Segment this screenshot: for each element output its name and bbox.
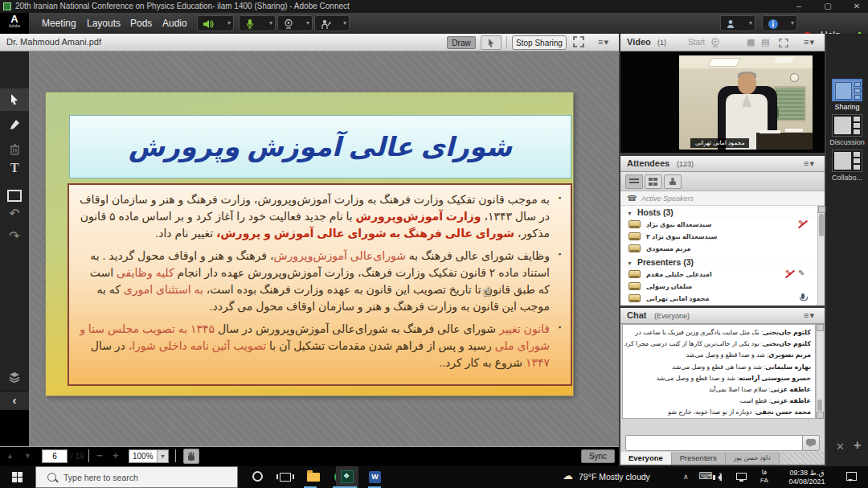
active-speakers-row[interactable]: ☎ Active Speakers [620,191,825,206]
zoom-out-button[interactable]: − [96,449,103,461]
text-tool[interactable]: T [0,161,29,183]
collapse-rail-button[interactable]: ‹ [0,391,29,410]
layout-item-collabo[interactable]: Collabo... [829,150,866,182]
chat-tab-everyone[interactable]: Everyone [620,452,672,465]
attendees-scrollbar[interactable] [817,206,825,306]
start-button[interactable] [0,466,35,488]
volume-icon[interactable] [718,474,722,482]
sync-button[interactable]: Sync [581,449,615,463]
attendee-status-view-button[interactable] [664,174,682,189]
chat-tab-private[interactable]: داود حسن پور [726,452,780,465]
attendee-row[interactable]: سیدسعداله نبوی نژاد [620,219,817,232]
speaker-dropdown-caret[interactable]: ▾ [227,19,231,27]
info-dropdown-caret[interactable]: ▾ [791,19,794,27]
microphone-dropdown-caret[interactable]: ▾ [269,19,272,27]
attendee-list-view-button[interactable] [625,174,643,189]
layout-item-discussion[interactable]: Discussion [829,114,866,146]
file-explorer-button[interactable] [301,466,325,488]
layers-button[interactable] [0,367,29,389]
status-dropdown-caret[interactable]: ▾ [749,19,752,27]
chat-tab-presenters[interactable]: Presenters [672,452,726,465]
raise-hand-dropdown-caret[interactable]: ▾ [343,19,346,27]
task-view-icon [280,473,291,482]
info-button[interactable]: ▾ [762,15,797,31]
share-pod-menu-icon[interactable]: ≡▾ [598,37,609,47]
attendee-group-header[interactable]: ▼Hosts (3) [620,206,817,219]
weather-icon[interactable]: ☁ [563,470,573,482]
network-icon[interactable] [736,473,747,480]
select-tool[interactable] [0,88,29,111]
previous-page-button[interactable]: ▲ [6,452,14,460]
action-center-icon[interactable] [846,472,857,481]
webcam-video[interactable]: محمود امانی تهرانی [620,51,825,153]
annotation-tool-rail: T ↶ ↷ [0,51,29,391]
attendees-pod-menu-icon[interactable]: ≡▾ [804,158,815,169]
touch-keyboard-icon[interactable]: ⌨ [698,470,712,482]
chat-scrollbar[interactable] [816,324,823,419]
microphone-button[interactable]: ▾ [239,15,276,31]
adobe-logo[interactable]: A Adobe [0,13,29,34]
scroll-down-arrow[interactable] [817,412,824,419]
taskbar-clock[interactable]: ق.ظ 09:38 04/08/2021 [778,469,836,486]
draw-button[interactable]: Draw [447,36,476,49]
pan-tool-button[interactable] [183,449,199,464]
adobe-connect-taskbar-button[interactable] [336,466,358,488]
attendee-row[interactable]: مریم مسعودی [620,244,817,256]
next-page-button[interactable]: ▼ [24,452,31,460]
attendee-name: سیدسعداله نبوی نژاد [646,221,711,228]
attendee-row[interactable]: سلمان رسولی [620,281,817,293]
speaker-button[interactable]: ▾ [197,15,234,31]
undo-button[interactable]: ↶ [0,206,29,228]
scrollbar-thumb[interactable] [819,214,824,236]
menu-layouts[interactable]: Layouts [79,13,129,34]
weather-text[interactable]: 79°F Mostly cloudy [579,472,650,482]
cortana-button[interactable] [246,466,270,488]
attendee-grid-view-button[interactable] [645,174,662,189]
language-indicator[interactable]: فا FA [757,469,772,485]
video-pod-menu-icon[interactable]: ≡▾ [804,37,815,47]
zoom-level-select[interactable]: 100% ▼ [129,449,169,463]
scrollbar-thumb[interactable] [817,400,822,411]
zoom-in-button[interactable]: + [113,449,119,461]
video-fullscreen-icon[interactable] [778,38,789,48]
pod-add-icon[interactable]: + [854,438,861,453]
redo-button[interactable]: ↷ [0,228,29,251]
attendee-name: محمود امانی تهرانی [646,295,710,302]
delete-tool[interactable] [0,138,29,161]
taskbar-search[interactable]: Type here to search [35,466,238,488]
status-button[interactable]: ▾ [720,15,755,31]
filmstrip-view-icon[interactable]: ▤ [761,37,769,47]
webcam-dropdown-caret[interactable]: ▾ [306,19,309,27]
chat-input[interactable] [625,435,804,451]
scroll-up-arrow[interactable] [817,324,824,331]
shape-tool[interactable] [0,183,29,206]
attendee-row[interactable]: امیدعلی خلیلی مقدم [620,269,817,281]
fullscreen-button[interactable] [572,35,588,50]
tray-overflow-chevron[interactable]: ∧ [683,473,689,481]
page-number-input[interactable] [42,449,68,463]
menu-audio[interactable]: Audio [154,13,195,34]
attendee-group-header[interactable]: ▼Presenters (3) [620,256,817,269]
chat-pod-menu-icon[interactable]: ≡▾ [804,310,815,321]
grid-view-icon[interactable]: ▦ [747,37,755,47]
start-webcam-icon[interactable] [710,38,721,47]
attendee-row[interactable]: سیدسعداله نبوی نژاد ۲ [620,232,817,244]
task-view-button[interactable] [273,466,297,488]
word-button[interactable]: W [363,466,387,488]
maximize-button[interactable]: ▢ [816,0,840,13]
close-button[interactable]: ✕ [845,0,868,13]
start-webcam-button[interactable]: Start [688,38,705,47]
scroll-up-arrow[interactable] [818,206,825,213]
pod-close-icon[interactable]: ✕ [836,441,845,453]
webcam-button[interactable]: ▾ [277,15,313,31]
hand-tool-icon [186,451,196,461]
layout-item-sharing[interactable]: Sharing [829,79,866,111]
chat-send-button[interactable] [802,435,820,451]
pointer-tool-button[interactable] [481,35,502,50]
menu-meeting[interactable]: Meeting [34,13,84,34]
marker-tool[interactable] [0,114,29,137]
minimize-button[interactable]: – [787,0,811,13]
attendee-row[interactable]: محمود امانی تهرانی [620,293,817,306]
raise-hand-button[interactable]: ▾ [314,15,350,31]
stop-sharing-button[interactable]: Stop Sharing [512,35,567,50]
